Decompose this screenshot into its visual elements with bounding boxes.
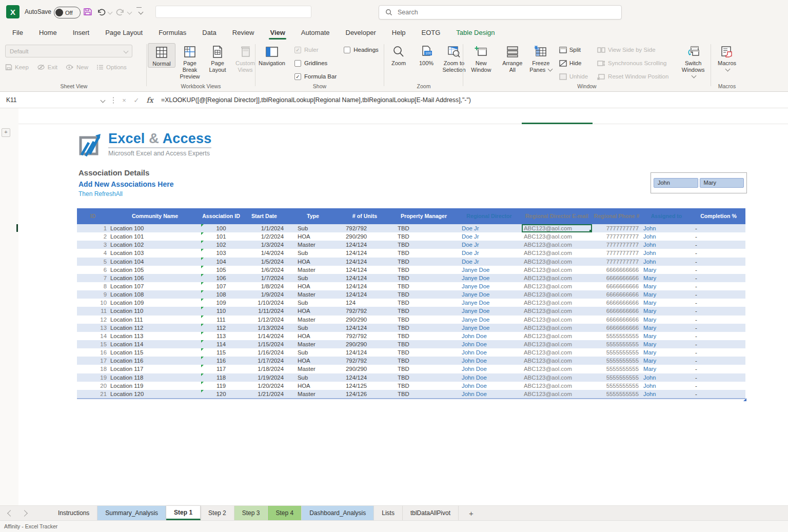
cell[interactable]: 792/792 (339, 357, 391, 365)
cell[interactable]: Location 102 (109, 241, 201, 249)
cell[interactable]: - (692, 274, 745, 282)
cell[interactable]: Location 104 (109, 258, 201, 266)
undo-chevron-icon[interactable] (108, 10, 113, 15)
cell[interactable]: HOA (287, 307, 339, 315)
sheet-tab-instructions[interactable]: Instructions (50, 506, 97, 520)
cell[interactable]: 3 (77, 241, 109, 249)
cell[interactable]: John Doe (457, 382, 522, 390)
cell[interactable]: John (641, 232, 692, 241)
cell[interactable]: 4 (77, 249, 109, 257)
cell[interactable]: TBD (391, 324, 457, 332)
ribbon-tab-automate[interactable]: Automate (300, 27, 331, 38)
cell[interactable]: 104 (201, 258, 241, 266)
cell[interactable]: ABC123@aol.com (522, 332, 592, 340)
quick-access-textbox[interactable] (155, 6, 311, 18)
cell[interactable]: 13 (77, 324, 109, 332)
search-bar[interactable] (379, 5, 622, 19)
cell[interactable]: HOA (287, 258, 339, 266)
sheet-tab-step-4[interactable]: Step 4 (268, 506, 302, 520)
cell[interactable]: 6666666666 (592, 307, 641, 315)
cell[interactable]: 12 (77, 316, 109, 324)
cell[interactable]: ABC123@aol.com (522, 258, 592, 266)
cell[interactable]: Janye Doe (457, 274, 522, 282)
cell[interactable]: 124/124 (339, 241, 391, 249)
cell[interactable]: 5555555555 (592, 382, 641, 390)
ribbon-tab-home[interactable]: Home (38, 27, 58, 38)
cell[interactable]: 1/18/2024 (241, 365, 287, 373)
cell[interactable]: - (692, 224, 745, 232)
cell[interactable]: TBD (391, 373, 457, 382)
gridlines-checkbox[interactable]: Gridlines (294, 56, 337, 70)
cell[interactable]: Sub (287, 373, 339, 382)
cell[interactable]: TBD (391, 390, 457, 398)
cell[interactable]: 114 (201, 340, 241, 348)
cell[interactable]: 6 (77, 266, 109, 274)
excel-app-icon[interactable]: X (6, 5, 19, 18)
cell[interactable]: 16 (77, 348, 109, 357)
cell[interactable]: 792/792 (339, 307, 391, 315)
cell[interactable]: Sub (287, 224, 339, 232)
cell[interactable]: Master (287, 365, 339, 373)
cell[interactable]: TBD (391, 299, 457, 307)
cell[interactable]: 124/124 (339, 258, 391, 266)
cell[interactable]: TBD (391, 290, 457, 299)
cell[interactable]: - (692, 348, 745, 357)
cell[interactable]: 7777777777 (592, 241, 641, 249)
column-header[interactable]: Regional Director E-mail (522, 208, 592, 224)
column-header[interactable]: Community Name (109, 208, 201, 224)
cell[interactable]: - (692, 357, 745, 365)
cell[interactable]: Location 117 (109, 365, 201, 373)
cell[interactable]: TBD (391, 357, 457, 365)
cell[interactable]: Location 108 (109, 290, 201, 299)
cell[interactable]: ABC123@aol.com (522, 290, 592, 299)
cell[interactable]: 102 (201, 241, 241, 249)
page-break-preview-button[interactable]: Page Break Preview (176, 43, 203, 80)
split-button[interactable]: Split (559, 44, 588, 55)
navigation-button[interactable]: Navigation (257, 43, 287, 83)
cell[interactable]: 124/125 (339, 382, 391, 390)
cell[interactable]: 1/9/2024 (241, 290, 287, 299)
name-box[interactable]: K11 (0, 92, 109, 108)
cell[interactable]: 1/20/2024 (241, 382, 287, 390)
cell[interactable]: Janye Doe (457, 282, 522, 290)
cell[interactable]: 1/4/2024 (241, 249, 287, 257)
cell[interactable]: Janye Doe (457, 290, 522, 299)
cell[interactable]: 11 (77, 307, 109, 315)
cell[interactable]: 105 (201, 266, 241, 274)
ribbon-tab-page-layout[interactable]: Page Layout (104, 27, 144, 38)
cell[interactable]: HOA (287, 357, 339, 365)
ribbon-tab-developer[interactable]: Developer (345, 27, 377, 38)
cell[interactable]: Mary (641, 299, 692, 307)
cell[interactable]: 116 (201, 357, 241, 365)
cell[interactable]: 1/12/2024 (241, 316, 287, 324)
add-associations-link[interactable]: Add New Associations Here (78, 180, 173, 188)
cell[interactable]: ABC123@aol.com (522, 232, 592, 241)
cell[interactable]: Doe Jr (457, 232, 522, 241)
cell[interactable]: TBD (391, 316, 457, 324)
cell[interactable]: - (692, 241, 745, 249)
cell[interactable]: Mary (641, 307, 692, 315)
save-icon[interactable] (82, 6, 93, 17)
cell[interactable]: 106 (201, 274, 241, 282)
cell[interactable]: - (692, 249, 745, 257)
cell[interactable]: 1/8/2024 (241, 282, 287, 290)
cell[interactable]: Location 109 (109, 299, 201, 307)
previous-sheet-arrow-icon[interactable] (7, 510, 14, 517)
macros-button[interactable]: Macros (714, 43, 740, 73)
cell[interactable]: 792/792 (339, 332, 391, 340)
ribbon-tab-review[interactable]: Review (231, 27, 255, 38)
cell[interactable]: 6666666666 (592, 316, 641, 324)
outline-expand-button[interactable]: + (2, 128, 10, 137)
cell[interactable]: TBD (391, 224, 457, 232)
headings-checkbox[interactable]: Headings (344, 43, 379, 56)
next-sheet-arrow-icon[interactable] (21, 510, 28, 517)
cell[interactable]: 21 (77, 390, 109, 398)
cell[interactable]: 124/124 (339, 290, 391, 299)
cell[interactable]: Location 119 (109, 382, 201, 390)
cell[interactable]: HOA (287, 332, 339, 340)
cell[interactable]: ABC123@aol.com (522, 282, 592, 290)
ribbon-tab-data[interactable]: Data (201, 27, 217, 38)
cell[interactable]: Sub (287, 274, 339, 282)
zoom-100-button[interactable]: 100 100% (413, 43, 440, 67)
page-layout-button[interactable]: Page Layout (204, 43, 231, 73)
